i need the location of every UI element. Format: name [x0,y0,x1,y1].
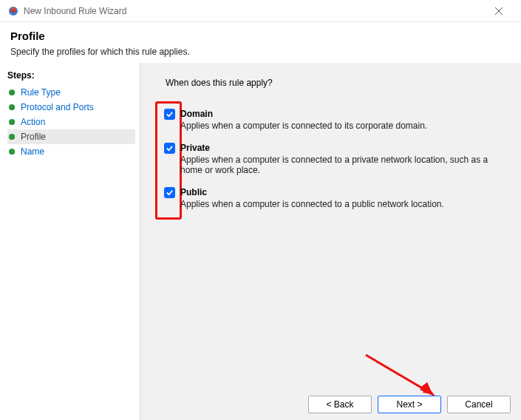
option-domain-desc: Applies when a computer is connected to … [180,121,498,131]
option-public-label: Public [180,187,508,197]
option-public: Public Applies when a computer is connec… [164,187,508,209]
question-text: When does this rule apply? [166,78,508,88]
option-private: Private Applies when a computer is conne… [164,143,508,175]
bullet-icon [9,104,15,110]
option-private-desc: Applies when a computer is connected to … [180,155,498,175]
page-title: Profile [10,30,511,42]
svg-line-4 [366,355,432,394]
page-subtitle: Specify the profiles for which this rule… [10,47,511,57]
firewall-icon [7,5,19,17]
steps-heading: Steps: [7,70,135,81]
next-button[interactable]: Next > [378,396,441,413]
option-public-desc: Applies when a computer is connected to … [180,199,498,209]
checkbox-domain[interactable] [164,109,175,120]
option-domain-label: Domain [180,109,508,119]
bullet-icon [9,149,15,155]
sidebar-item-profile[interactable]: Profile [7,129,135,144]
bullet-icon [9,134,15,140]
sidebar: Steps: Rule Type Protocol and Ports Acti… [0,63,140,420]
bullet-icon [9,89,15,95]
sidebar-item-action[interactable]: Action [7,115,135,129]
header: Profile Specify the profiles for which t… [0,22,521,63]
wizard-window: New Inbound Rule Wizard Profile Specify … [0,0,521,420]
bullet-icon [9,119,15,125]
checkbox-private[interactable] [164,143,175,154]
option-domain: Domain Applies when a computer is connec… [164,109,508,131]
sidebar-item-protocol-ports[interactable]: Protocol and Ports [7,100,135,115]
back-button[interactable]: < Back [308,396,372,413]
content-pane: When does this rule apply? Domain Applie… [140,63,521,420]
titlebar: New Inbound Rule Wizard [0,0,521,22]
sidebar-item-name[interactable]: Name [7,144,135,159]
profile-options: Domain Applies when a computer is connec… [161,109,508,209]
option-private-label: Private [180,143,508,153]
cancel-button[interactable]: Cancel [447,396,511,413]
sidebar-item-rule-type[interactable]: Rule Type [7,85,135,100]
button-row: < Back Next > Cancel [308,396,511,413]
window-title: New Inbound Rule Wizard [24,6,484,16]
svg-marker-6 [423,382,432,394]
close-button[interactable] [484,1,514,21]
svg-marker-5 [421,382,432,394]
checkbox-public[interactable] [164,187,175,198]
